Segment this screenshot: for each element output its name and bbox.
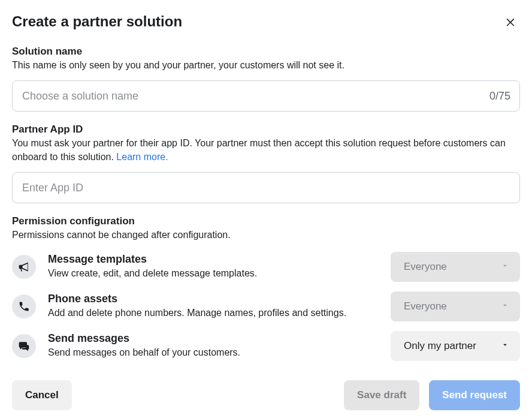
permission-text: Send messages Send messages on behalf of…	[48, 332, 379, 359]
partner-app-id-section: Partner App ID You must ask your partner…	[12, 124, 520, 203]
permission-select-send-messages[interactable]: Only my partner	[391, 331, 520, 361]
partner-app-id-desc-text: You must ask your partner for their app …	[12, 138, 506, 161]
learn-more-link[interactable]: Learn more.	[116, 152, 168, 162]
permission-list: Message templates View create, edit, and…	[12, 247, 520, 366]
megaphone-icon	[12, 255, 36, 279]
partner-app-id-label: Partner App ID	[12, 124, 520, 136]
chat-icon	[12, 334, 36, 358]
permission-select-message-templates: Everyone	[391, 252, 520, 282]
solution-name-section: Solution name This name is only seen by …	[12, 46, 520, 112]
solution-name-input-wrap: 0/75	[12, 80, 520, 112]
chevron-down-icon	[501, 261, 509, 273]
dialog-footer: Cancel Save draft Send request	[12, 380, 520, 410]
partner-app-id-desc: You must ask your partner for their app …	[12, 137, 520, 164]
chevron-down-icon	[501, 340, 509, 352]
permission-text: Message templates View create, edit, and…	[48, 253, 379, 279]
solution-name-desc: This name is only seen by you and your p…	[12, 59, 520, 72]
solution-name-counter: 0/75	[489, 90, 510, 103]
permission-select-value: Only my partner	[404, 340, 476, 352]
permission-row-message-templates: Message templates View create, edit, and…	[12, 247, 520, 287]
close-button[interactable]	[501, 12, 520, 31]
solution-name-input[interactable]	[12, 80, 520, 112]
permission-configuration-label: Permission configuration	[12, 215, 520, 227]
permission-select-phone-assets: Everyone	[391, 291, 520, 321]
permission-select-value: Everyone	[404, 261, 447, 273]
partner-app-id-input-wrap	[12, 172, 520, 203]
permission-row-send-messages: Send messages Send messages on behalf of…	[12, 326, 520, 366]
create-partner-solution-dialog: Create a partner solution Solution name …	[0, 0, 532, 418]
permission-text: Phone assets Add and delete phone number…	[48, 293, 379, 319]
phone-icon	[12, 294, 36, 318]
save-draft-button[interactable]: Save draft	[344, 380, 419, 410]
permission-row-phone-assets: Phone assets Add and delete phone number…	[12, 287, 520, 326]
permission-configuration-section: Permission configuration Permissions can…	[12, 215, 520, 365]
permission-desc: Add and delete phone numbers. Manage nam…	[48, 307, 379, 320]
partner-app-id-input[interactable]	[12, 172, 520, 203]
cancel-button[interactable]: Cancel	[12, 380, 72, 410]
permission-desc: View create, edit, and delete message te…	[48, 267, 379, 280]
dialog-header: Create a partner solution	[12, 12, 520, 31]
solution-name-label: Solution name	[12, 46, 520, 58]
dialog-title: Create a partner solution	[12, 13, 182, 31]
send-request-button[interactable]: Send request	[429, 380, 520, 410]
permission-configuration-desc: Permissions cannot be changed after conf…	[12, 228, 520, 242]
permission-select-value: Everyone	[404, 300, 447, 312]
permission-title: Message templates	[48, 253, 379, 266]
permission-title: Send messages	[48, 332, 379, 345]
permission-title: Phone assets	[48, 293, 379, 306]
close-icon	[504, 16, 516, 28]
chevron-down-icon	[501, 300, 509, 312]
permission-desc: Send messages on behalf of your customer…	[48, 347, 379, 359]
